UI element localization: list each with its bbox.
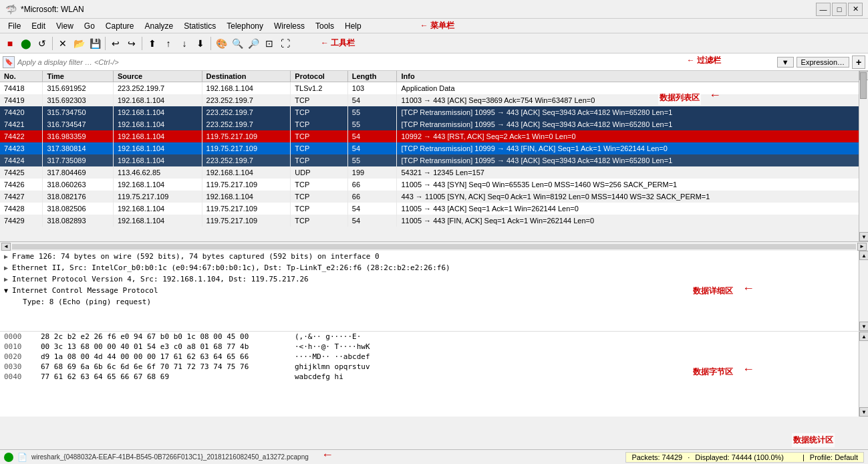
- forward-button[interactable]: ↪: [124, 36, 139, 51]
- table-cell: 74421: [0, 118, 43, 130]
- packet-list-hscroll[interactable]: ◄ ►: [0, 241, 868, 251]
- table-cell: 74429: [0, 215, 43, 227]
- bytes-ascii: ghijklmn opqrstuv: [295, 362, 370, 371]
- table-row[interactable]: 74425317.804469113.46.62.85192.168.1.104…: [0, 166, 868, 179]
- table-cell: 119.75.217.109: [202, 215, 291, 227]
- coloring-button[interactable]: 🎨: [214, 36, 229, 51]
- scroll-thumb[interactable]: [860, 72, 867, 99]
- filter-dropdown-button[interactable]: ▼: [777, 57, 794, 68]
- filter-input[interactable]: [17, 55, 774, 69]
- bytes-scroll-up[interactable]: ▲: [859, 332, 868, 341]
- app-icon: 🦈: [5, 4, 17, 15]
- fullscreen-button[interactable]: ⛶: [278, 36, 293, 51]
- detail-text-3: Internet Control Message Protocol: [12, 286, 158, 295]
- table-cell: 74424: [0, 154, 43, 166]
- close-file-button[interactable]: ✕: [55, 36, 70, 51]
- table-cell: 223.252.199.7: [202, 154, 291, 166]
- table-cell: 55: [347, 154, 397, 166]
- save-file-button[interactable]: 💾: [88, 36, 102, 51]
- menu-edit[interactable]: Edit: [26, 20, 51, 32]
- menu-analyze[interactable]: Analyze: [140, 20, 179, 32]
- table-cell: 54: [347, 130, 397, 142]
- table-cell: 318.082176: [43, 191, 113, 203]
- displayed-count: Displayed: 74444 (100.0%): [695, 453, 784, 461]
- minimize-button[interactable]: —: [816, 3, 831, 16]
- scroll-down-button[interactable]: ↓: [177, 36, 192, 51]
- menu-tools[interactable]: Tools: [310, 20, 339, 32]
- table-row[interactable]: 74419315.692303192.168.1.104223.252.199.…: [0, 94, 868, 106]
- detail-row-ip[interactable]: ▶ Internet Protocol Version 4, Src: 192.…: [0, 273, 868, 285]
- bytes-hex: d9 1a 08 00 4d 44 00 00 00 17 61 62 63 6…: [41, 352, 281, 361]
- menu-go[interactable]: Go: [79, 20, 100, 32]
- table-row[interactable]: 74424317.735089192.168.1.104223.252.199.…: [0, 154, 868, 166]
- table-cell: 199: [347, 166, 397, 179]
- maximize-button[interactable]: □: [832, 3, 847, 16]
- open-file-button[interactable]: 📂: [71, 36, 86, 51]
- table-row[interactable]: 74418315.691952223.252.199.7192.168.1.10…: [0, 82, 868, 94]
- table-cell: 11005 → 443 [FIN, ACK] Seq=1 Ack=1 Win=2…: [397, 215, 868, 227]
- hscroll-track[interactable]: [12, 244, 856, 249]
- table-cell: 55: [347, 106, 397, 118]
- menu-capture[interactable]: Capture: [100, 20, 140, 32]
- hscroll-left[interactable]: ◄: [1, 243, 11, 251]
- start-button[interactable]: ⬤: [19, 36, 33, 51]
- col-time: Time: [43, 71, 113, 82]
- table-cell: 315.734750: [43, 106, 113, 118]
- toolbar-sep2: [105, 37, 106, 50]
- add-filter-button[interactable]: +: [852, 55, 865, 69]
- menu-help[interactable]: Help: [339, 20, 367, 32]
- zoom-normal-button[interactable]: ⊡: [262, 36, 277, 51]
- menu-statistics[interactable]: Statistics: [178, 20, 221, 32]
- scroll-top-button[interactable]: ⬆: [145, 36, 160, 51]
- table-cell: [TCP Retransmission] 10995 → 443 [ACK] S…: [397, 106, 868, 118]
- close-button[interactable]: ✕: [848, 3, 863, 16]
- detail-row-type[interactable]: Type: 8 (Echo (ping) request): [0, 296, 868, 308]
- scroll-up-button[interactable]: ↑: [161, 36, 176, 51]
- menu-view[interactable]: View: [51, 20, 79, 32]
- table-header: No. Time Source Destination Protocol Len…: [0, 71, 868, 82]
- col-len: Length: [347, 71, 397, 82]
- bytes-scroll-down[interactable]: ▼: [859, 407, 868, 417]
- menu-wireless[interactable]: Wireless: [269, 20, 310, 32]
- table-row[interactable]: 74423317.380814192.168.1.104119.75.217.1…: [0, 142, 868, 154]
- zoom-in-button[interactable]: 🔍: [230, 36, 245, 51]
- expression-button[interactable]: Expression…: [797, 57, 849, 68]
- detail-row-eth[interactable]: ▶ Ethernet II, Src: IntelCor_b0:b0:1c (e…: [0, 262, 868, 273]
- filter-icon: 🔖: [3, 56, 15, 68]
- hscroll-right[interactable]: ►: [857, 243, 867, 251]
- scroll-down-arrow[interactable]: ▼: [859, 232, 868, 241]
- bytes-hex: 77 61 62 63 64 65 66 67 68 69: [41, 372, 281, 381]
- zoom-out-button[interactable]: 🔎: [246, 36, 261, 51]
- table-cell: 74420: [0, 106, 43, 118]
- col-proto: Protocol: [291, 71, 347, 82]
- table-cell: 74428: [0, 203, 43, 215]
- table-cell: 119.75.217.109: [202, 203, 291, 215]
- table-row[interactable]: 74428318.082506192.168.1.104119.75.217.1…: [0, 203, 868, 215]
- table-cell: [TCP Retransmission] 10995 → 443 [ACK] S…: [397, 154, 868, 166]
- table-row[interactable]: 74420315.734750192.168.1.104223.252.199.…: [0, 106, 868, 118]
- restart-button[interactable]: ↺: [35, 36, 49, 51]
- packet-list-scrollbar[interactable]: ▲ ▼: [859, 71, 868, 241]
- packet-list-area: No. Time Source Destination Protocol Len…: [0, 71, 868, 241]
- bytes-scrollbar[interactable]: ▲ ▼: [859, 332, 868, 417]
- detail-scroll-down[interactable]: ▼: [859, 322, 868, 331]
- menu-telephony[interactable]: Telephony: [221, 20, 269, 32]
- table-cell: 74423: [0, 142, 43, 154]
- scroll-bottom-button[interactable]: ⬇: [193, 36, 208, 51]
- stop-button[interactable]: ■: [3, 36, 17, 51]
- detail-triangle-2: ▶: [4, 275, 8, 283]
- detail-scroll-up[interactable]: ▲: [859, 251, 868, 260]
- table-row[interactable]: 74426318.060263192.168.1.104119.75.217.1…: [0, 179, 868, 191]
- detail-row-frame[interactable]: ▶ Frame 126: 74 bytes on wire (592 bits)…: [0, 251, 868, 262]
- detail-scrollbar[interactable]: ▲ ▼: [859, 251, 868, 331]
- bytes-offset: 0040: [4, 372, 27, 381]
- table-row[interactable]: 74422316.983359192.168.1.104119.75.217.1…: [0, 130, 868, 142]
- bytes-hex: 67 68 69 6a 6b 6c 6d 6e 6f 70 71 72 73 7…: [41, 362, 281, 371]
- table-row[interactable]: 74429318.082893192.168.1.104119.75.217.1…: [0, 215, 868, 227]
- back-button[interactable]: ↩: [108, 36, 123, 51]
- detail-row-icmp[interactable]: ▼ Internet Control Message Protocol: [0, 285, 868, 296]
- table-row[interactable]: 74421316.734547192.168.1.104223.252.199.…: [0, 118, 868, 130]
- table-row[interactable]: 74427318.082176119.75.217.109192.168.1.1…: [0, 191, 868, 203]
- menu-file[interactable]: File: [3, 20, 26, 32]
- filterbar: 🔖 ▼ Expression… + ← 过滤栏: [0, 53, 868, 71]
